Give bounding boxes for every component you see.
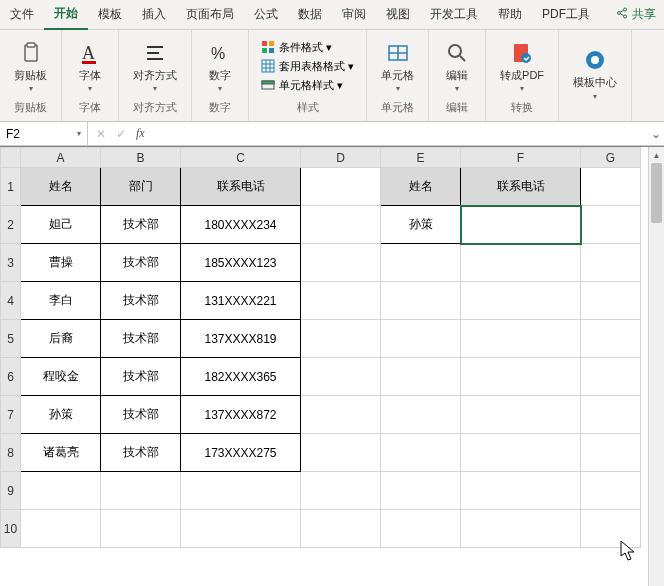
cell[interactable]: 曹操 xyxy=(21,244,101,282)
font-button[interactable]: A 字体 ▾ xyxy=(70,35,110,97)
row-header[interactable]: 1 xyxy=(1,168,21,206)
row-header[interactable]: 5 xyxy=(1,320,21,358)
cell[interactable]: 后裔 xyxy=(21,320,101,358)
col-header-E[interactable]: E xyxy=(381,148,461,168)
cell[interactable]: 173XXXX275 xyxy=(181,434,301,472)
cell[interactable]: 姓名 xyxy=(21,168,101,206)
tab-formula[interactable]: 公式 xyxy=(244,0,288,29)
col-header-F[interactable]: F xyxy=(461,148,581,168)
cell[interactable] xyxy=(581,358,641,396)
scroll-up-icon[interactable]: ▲ xyxy=(649,147,664,163)
col-header-A[interactable]: A xyxy=(21,148,101,168)
cell-selected[interactable] xyxy=(461,206,581,244)
cell[interactable] xyxy=(301,510,381,548)
cell[interactable]: 姓名 xyxy=(381,168,461,206)
cell[interactable]: 孙策 xyxy=(381,206,461,244)
cell[interactable] xyxy=(181,510,301,548)
cell[interactable] xyxy=(581,320,641,358)
cell[interactable] xyxy=(301,358,381,396)
cell[interactable] xyxy=(301,320,381,358)
cell[interactable] xyxy=(381,510,461,548)
tab-layout[interactable]: 页面布局 xyxy=(176,0,244,29)
cell[interactable]: 诸葛亮 xyxy=(21,434,101,472)
tab-dev[interactable]: 开发工具 xyxy=(420,0,488,29)
cell[interactable] xyxy=(381,472,461,510)
cell[interactable]: 孙策 xyxy=(21,396,101,434)
cell[interactable]: 妲己 xyxy=(21,206,101,244)
cell[interactable] xyxy=(301,282,381,320)
cell[interactable]: 部门 xyxy=(101,168,181,206)
tab-data[interactable]: 数据 xyxy=(288,0,332,29)
cell[interactable]: 技术部 xyxy=(101,206,181,244)
col-header-C[interactable]: C xyxy=(181,148,301,168)
cell[interactable] xyxy=(301,472,381,510)
formula-expand-icon[interactable]: ⌄ xyxy=(648,127,664,141)
editing-button[interactable]: 编辑 ▾ xyxy=(437,35,477,97)
cell[interactable] xyxy=(101,510,181,548)
cell[interactable]: 李白 xyxy=(21,282,101,320)
cell[interactable]: 137XXXX872 xyxy=(181,396,301,434)
cell[interactable] xyxy=(381,358,461,396)
cell[interactable]: 联系电话 xyxy=(181,168,301,206)
cell[interactable] xyxy=(301,396,381,434)
row-header[interactable]: 8 xyxy=(1,434,21,472)
cell[interactable] xyxy=(21,510,101,548)
cell[interactable]: 技术部 xyxy=(101,358,181,396)
cell[interactable] xyxy=(581,282,641,320)
row-header[interactable]: 4 xyxy=(1,282,21,320)
cell[interactable] xyxy=(461,320,581,358)
cell[interactable] xyxy=(461,358,581,396)
cell[interactable]: 技术部 xyxy=(101,396,181,434)
align-button[interactable]: 对齐方式 ▾ xyxy=(127,35,183,97)
cell[interactable] xyxy=(381,320,461,358)
cell[interactable]: 程咬金 xyxy=(21,358,101,396)
vertical-scrollbar[interactable]: ▲ xyxy=(648,147,664,586)
cell-styles-button[interactable]: 单元格样式 ▾ xyxy=(257,76,358,95)
cell[interactable] xyxy=(461,396,581,434)
spreadsheet-grid[interactable]: A B C D E F G 1 姓名 部门 联系电话 姓名 联系电话 2 妲己 … xyxy=(0,147,641,548)
tab-insert[interactable]: 插入 xyxy=(132,0,176,29)
row-header[interactable]: 6 xyxy=(1,358,21,396)
share-button[interactable]: 共享 xyxy=(608,2,664,27)
row-header[interactable]: 2 xyxy=(1,206,21,244)
tab-review[interactable]: 审阅 xyxy=(332,0,376,29)
name-box[interactable]: F2 ▾ xyxy=(0,122,88,145)
cell[interactable] xyxy=(461,472,581,510)
cell[interactable] xyxy=(461,510,581,548)
cell[interactable]: 180XXXX234 xyxy=(181,206,301,244)
cell[interactable] xyxy=(381,434,461,472)
clipboard-button[interactable]: 剪贴板 ▾ xyxy=(8,35,53,97)
col-header-G[interactable]: G xyxy=(581,148,641,168)
convert-pdf-button[interactable]: 转成PDF ▾ xyxy=(494,35,550,97)
cell[interactable] xyxy=(581,396,641,434)
cell[interactable]: 技术部 xyxy=(101,434,181,472)
cell[interactable] xyxy=(181,472,301,510)
format-table-button[interactable]: 套用表格格式 ▾ xyxy=(257,57,358,76)
cell[interactable]: 185XXXX123 xyxy=(181,244,301,282)
row-header[interactable]: 7 xyxy=(1,396,21,434)
conditional-format-button[interactable]: 条件格式 ▾ xyxy=(257,38,358,57)
cell[interactable] xyxy=(581,244,641,282)
cell[interactable]: 137XXXX819 xyxy=(181,320,301,358)
cell[interactable] xyxy=(301,244,381,282)
cell[interactable] xyxy=(301,168,381,206)
cell[interactable] xyxy=(461,434,581,472)
cell[interactable] xyxy=(301,434,381,472)
col-header-D[interactable]: D xyxy=(301,148,381,168)
cell[interactable]: 联系电话 xyxy=(461,168,581,206)
cell[interactable] xyxy=(581,206,641,244)
cell[interactable]: 182XXXX365 xyxy=(181,358,301,396)
cell[interactable] xyxy=(461,244,581,282)
cell[interactable]: 技术部 xyxy=(101,244,181,282)
fx-icon[interactable]: fx xyxy=(136,126,145,141)
cell[interactable] xyxy=(581,472,641,510)
number-button[interactable]: % 数字 ▾ xyxy=(200,35,240,97)
cell[interactable] xyxy=(461,282,581,320)
cell[interactable] xyxy=(581,434,641,472)
cell[interactable] xyxy=(381,244,461,282)
cell[interactable] xyxy=(101,472,181,510)
col-header-B[interactable]: B xyxy=(101,148,181,168)
cell[interactable]: 技术部 xyxy=(101,320,181,358)
template-center-button[interactable]: 模板中心 ▾ xyxy=(567,42,623,104)
tab-template[interactable]: 模板 xyxy=(88,0,132,29)
